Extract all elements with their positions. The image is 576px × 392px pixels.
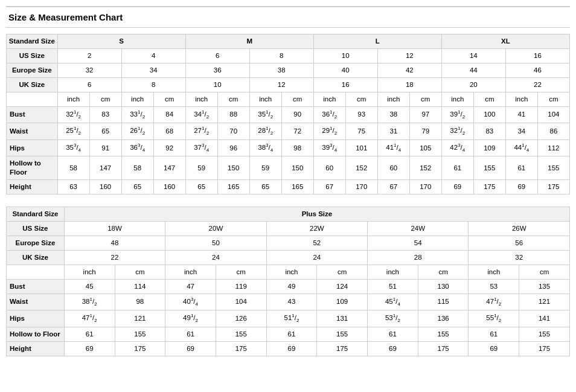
t2-unit-cm-1: cm [115,265,165,279]
t2-unit-empty [7,265,65,279]
t2-unit-cm-4: cm [418,265,469,279]
page-title: Size & Measurement Chart [6,6,570,28]
eu-46: 46 [505,63,569,77]
uk-10: 10 [185,77,249,92]
header-s: S [57,34,185,49]
uk-18: 18 [377,77,441,92]
t2-unit-cm-3: cm [317,265,368,279]
uk-12: 12 [249,77,313,92]
size-chart-table-2: Standard Size Plus Size US Size 18W 20W … [6,207,570,356]
size-chart-table-1: Standard Size S M L XL US Size 2 4 6 8 1… [6,34,570,194]
t2-hollow-to-floor-row: Hollow to Floor 61155 61155 61155 61155 … [7,327,570,341]
t2-us-22w: 22W [266,221,367,236]
t2-us-size-label: US Size [7,221,65,236]
us-16: 16 [505,48,569,63]
europe-size-label: Europe Size [7,63,58,77]
t2-eu-54: 54 [368,236,469,250]
t2-unit-cm-2: cm [216,265,266,279]
uk-8: 8 [121,77,185,92]
t2-uk-24: 24 [165,250,266,265]
t2-waist-row: Waist 381/298 403/4104 43109 451/4115 47… [7,294,570,310]
us-2: 2 [57,48,121,63]
t2-eu-48: 48 [64,236,165,250]
bust-row: Bust 321/283 331/284 341/288 351/290 361… [7,106,570,123]
t2-unit-inch-2: inch [165,265,216,279]
unit-cm-6: cm [409,92,441,106]
eu-40: 40 [313,63,377,77]
t2-us-18w: 18W [64,221,165,236]
us-size-label: US Size [7,48,58,63]
eu-38: 38 [249,63,313,77]
us-8: 8 [249,48,313,63]
t2-hips-row: Hips 471/2121 491/2126 511/2131 531/2136… [7,310,570,327]
eu-34: 34 [121,63,185,77]
t2-europe-size-label: Europe Size [7,236,65,250]
header-xl: XL [441,34,569,49]
t2-eu-56: 56 [469,236,570,250]
t2-header-standard: Standard Size [7,207,65,222]
us-14: 14 [441,48,505,63]
uk-22: 22 [505,77,569,92]
eu-32: 32 [57,63,121,77]
t2-eu-52: 52 [266,236,367,250]
unit-cm-2: cm [153,92,185,106]
unit-inch-7: inch [441,92,473,106]
unit-inch-2: inch [121,92,153,106]
t2-us-20w: 20W [165,221,266,236]
eu-36: 36 [185,63,249,77]
unit-cm-4: cm [281,92,313,106]
uk-size-label: UK Size [7,77,58,92]
t2-unit-inch-3: inch [266,265,317,279]
unit-cm-3: cm [217,92,249,106]
t2-us-24w: 24W [368,221,469,236]
t2-uk-28: 28 [368,250,469,265]
eu-42: 42 [377,63,441,77]
us-10: 10 [313,48,377,63]
header-l: L [313,34,441,49]
t2-uk-22: 22 [64,250,165,265]
t2-unit-inch-5: inch [469,265,519,279]
hips-row: Hips 353/491 363/492 373/496 383/498 393… [7,140,570,156]
us-12: 12 [377,48,441,63]
t2-eu-50: 50 [165,236,266,250]
unit-inch-6: inch [377,92,409,106]
t2-unit-inch-4: inch [368,265,418,279]
us-6: 6 [185,48,249,63]
header-m: M [185,34,313,49]
waist-row: Waist 251/265 261/268 271/270 281/272 29… [7,123,570,140]
t2-us-26w: 26W [469,221,570,236]
unit-cm-8: cm [537,92,569,106]
us-4: 4 [121,48,185,63]
t2-uk-24b: 24 [266,250,367,265]
unit-cm-1: cm [89,92,121,106]
t2-uk-size-label: UK Size [7,250,65,265]
unit-inch-8: inch [505,92,537,106]
header-standard-size: Standard Size [7,34,58,49]
t2-bust-row: Bust 45114 47119 49124 51130 53135 [7,279,570,294]
uk-20: 20 [441,77,505,92]
t2-header-plus: Plus Size [64,207,569,222]
t2-uk-32: 32 [469,250,570,265]
unit-inch-4: inch [249,92,281,106]
t2-unit-inch-1: inch [64,265,115,279]
unit-inch-3: inch [185,92,217,106]
unit-inch-1: inch [57,92,89,106]
eu-44: 44 [441,63,505,77]
t2-height-row: Height 69175 69175 69175 69175 69175 [7,341,570,356]
unit-inch-5: inch [313,92,345,106]
uk-6: 6 [57,77,121,92]
unit-empty [7,92,58,106]
unit-cm-5: cm [345,92,377,106]
t2-unit-cm-5: cm [519,265,570,279]
height-row: Height 63160 65160 65165 65165 67170 671… [7,180,570,194]
unit-cm-7: cm [473,92,505,106]
hollow-to-floor-row: Hollow to Floor 58147 58147 59150 59150 … [7,156,570,180]
uk-16: 16 [313,77,377,92]
